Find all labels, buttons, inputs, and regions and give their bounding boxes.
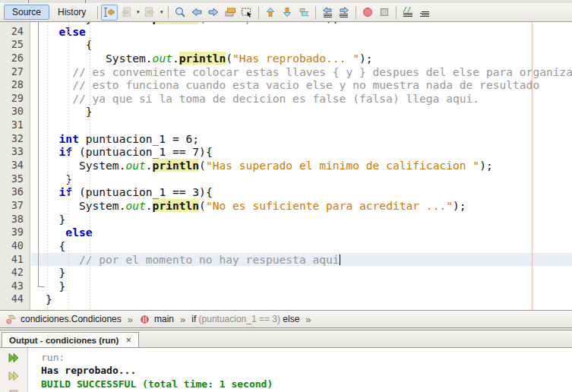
code-line[interactable]: System.out.println("No es suficiente par… [31, 199, 572, 213]
code-line[interactable]: // es convemiente colocar estas llaves {… [31, 65, 572, 79]
editor-toolbar: Source History ▾▾// [0, 3, 572, 22]
code-token: } [46, 280, 65, 292]
line-number[interactable]: 40 [0, 239, 30, 253]
line-number[interactable]: 33 [0, 145, 30, 159]
start-macro-recording-icon[interactable] [359, 5, 376, 21]
code-line[interactable]: { [31, 239, 572, 253]
line-number[interactable]: 39 [0, 226, 30, 239]
code-line[interactable]: { [31, 38, 572, 52]
toolbar-separator [258, 6, 259, 19]
line-number[interactable]: 42 [0, 266, 30, 280]
code-token: . [146, 22, 153, 24]
comment-icon[interactable]: // [400, 5, 416, 21]
find-previous-icon[interactable] [188, 5, 205, 21]
code-line[interactable]: } [31, 213, 572, 226]
code-line[interactable]: } [31, 292, 572, 306]
line-number[interactable]: 29 [0, 92, 30, 106]
back-icon[interactable] [118, 5, 134, 21]
toggle-bookmark-icon[interactable] [295, 5, 312, 21]
code-area[interactable]: System.out.println("Has aprobado... "); … [31, 22, 572, 310]
code-token: System. [46, 52, 153, 65]
right-margin-line [532, 22, 532, 310]
uncomment-icon[interactable] [416, 5, 433, 21]
line-number[interactable]: 37 [0, 199, 30, 213]
code-editor[interactable]: System.out.println("Has aprobado... "); … [0, 22, 572, 310]
chevron-right-icon[interactable]: » [180, 315, 185, 324]
close-icon[interactable]: × [125, 335, 131, 345]
forward-icon[interactable] [141, 5, 158, 21]
class-icon [5, 314, 17, 325]
stop-build-button[interactable] [6, 387, 21, 392]
line-number[interactable]: 24 [0, 25, 30, 39]
rerun-with-args-button[interactable] [6, 368, 21, 384]
breadcrumb-item[interactable]: if (puntuacion_1 == 3) else [191, 314, 299, 324]
code-token: (puntuacion_1 == 3){ [72, 185, 213, 198]
last-edit-location-icon[interactable] [101, 5, 118, 21]
line-number[interactable]: 41 [0, 253, 30, 267]
code-token: out [153, 52, 172, 65]
line-number[interactable]: 25 [0, 38, 30, 52]
toolbar-separator [356, 6, 356, 19]
code-line[interactable]: } [31, 266, 572, 280]
breadcrumb-item[interactable]: main [139, 314, 174, 325]
line-number[interactable]: 26 [0, 52, 30, 65]
output-console[interactable]: run:Has reprobado... BUILD SUCCESSFUL (t… [29, 348, 572, 392]
code-token: ( [199, 22, 206, 24]
output-tab-title: Output - condiciones (run) [9, 336, 119, 345]
previous-occurrence-icon[interactable] [262, 5, 279, 21]
line-number[interactable]: 31 [0, 119, 30, 132]
code-line[interactable]: System.out.println("Has superado el mini… [31, 159, 572, 172]
code-line[interactable]: int puntuacion_1 = 6; [31, 132, 572, 146]
tab-source[interactable]: Source [4, 5, 49, 20]
line-number[interactable]: 30 [0, 105, 30, 119]
code-line[interactable]: System.out.println("Has reprobado... "); [31, 52, 572, 65]
stop-macro-recording-icon[interactable] [376, 5, 393, 21]
tab-history[interactable]: History [49, 5, 94, 20]
line-number-gutter[interactable]: 2324252627282930313233343536373839404142… [0, 22, 30, 310]
code-token: "Has aprobado... " [206, 22, 326, 24]
breadcrumb-item[interactable]: condiciones.Condiciones [5, 314, 122, 325]
line-number[interactable]: 34 [0, 159, 30, 172]
code-token: ); [453, 199, 466, 212]
code-line[interactable]: if (puntuacion_1 == 3){ [31, 185, 572, 199]
find-next-icon[interactable] [205, 5, 222, 21]
code-token: "Has superado el minimo de calificacion … [206, 159, 479, 172]
line-number[interactable]: 32 [0, 132, 30, 146]
output-tab[interactable]: Output - condiciones (run) × [2, 332, 139, 347]
code-token: println [153, 159, 200, 172]
dropdown-caret-icon[interactable]: ▾ [158, 5, 165, 21]
code-token: else [65, 226, 92, 239]
line-number[interactable]: 44 [0, 292, 30, 306]
code-line[interactable]: else [31, 226, 572, 239]
code-line[interactable]: } [31, 172, 572, 186]
shift-line-left-icon[interactable] [319, 5, 336, 21]
rerun-button[interactable] [6, 350, 21, 365]
find-selection-icon[interactable] [172, 5, 188, 21]
chevron-right-icon[interactable]: » [305, 315, 311, 324]
toolbar-separator [315, 6, 316, 19]
dropdown-caret-icon[interactable]: ▾ [134, 5, 141, 21]
code-token: // es convemiente colocar estas llaves {… [72, 65, 572, 78]
code-line[interactable]: // ya que si la toma de decicion es fals… [31, 92, 572, 106]
line-number[interactable]: 36 [0, 185, 30, 199]
rectangular-selection-icon[interactable] [239, 5, 255, 21]
line-number[interactable]: 27 [0, 65, 30, 79]
code-token: ( [226, 52, 232, 65]
code-token: . [146, 199, 153, 212]
next-occurrence-icon[interactable] [279, 5, 295, 21]
line-number[interactable]: 38 [0, 213, 30, 226]
toggle-highlight-search-icon[interactable] [222, 5, 239, 21]
output-tab-bar: Output - condiciones (run) × [0, 330, 572, 348]
code-line[interactable]: if (puntuacion_1 == 7){ [31, 145, 572, 159]
shift-line-right-icon[interactable] [336, 5, 352, 21]
line-number[interactable]: 43 [0, 280, 30, 293]
line-number[interactable]: 35 [0, 172, 30, 186]
code-line[interactable]: } [31, 105, 572, 119]
code-line[interactable]: // esto funciona cuando esta vacio else … [31, 78, 572, 92]
code-line[interactable] [31, 119, 572, 132]
code-line[interactable]: else [31, 25, 572, 39]
code-line[interactable]: } [31, 280, 572, 293]
code-line[interactable]: // por el momento no hay respuesta aqui [31, 253, 572, 267]
line-number[interactable]: 28 [0, 78, 30, 92]
chevron-right-icon[interactable]: » [128, 315, 133, 324]
